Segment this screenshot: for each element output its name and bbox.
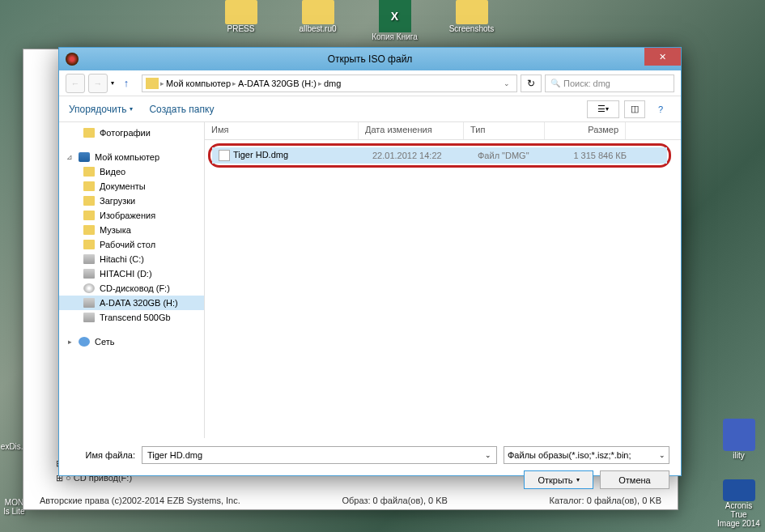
close-button[interactable]: ✕ [644,48,681,66]
column-type[interactable]: Тип [464,122,545,139]
folder-icon [146,78,159,89]
up-button[interactable]: ↑ [117,74,135,92]
sidebar-item-photos[interactable]: Фотографии [59,126,204,140]
sidebar-item-music[interactable]: Музыка [59,223,204,237]
toolbar: Упорядочить ▾ Создать папку ☰ ▾ ◫ ? [59,96,681,122]
sidebar-item-video[interactable]: Видео [59,164,204,179]
filename-label: Имя файла: [70,450,135,460]
desktop-icon-excel[interactable]: XКопия Книга [364,0,425,49]
highlighted-row-annotation: Tiger HD.dmg 22.01.2012 14:22 Файл "DMG"… [208,143,671,168]
column-date[interactable]: Дата изменения [359,122,464,139]
history-dropdown-icon[interactable]: ▾ [111,79,114,87]
sidebar-item-images[interactable]: Изображения [59,208,204,223]
sidebar-item-drive-c[interactable]: Hitachi (C:) [59,252,204,266]
refresh-button[interactable]: ↻ [521,74,542,92]
sidebar-header-computer[interactable]: ⊿Мой компьютер [59,150,204,164]
chevron-right-icon: ▸ [160,79,164,87]
file-open-dialog: Открыть ISO файл ✕ ← → ▾ ↑ ▸ Мой компьют… [58,47,682,476]
desktop-icon-ility[interactable]: ility [716,419,761,467]
file-list: Имя Дата изменения Тип Размер Tiger HD.d… [205,122,681,438]
filename-input[interactable]: Tiger HD.dmg ⌄ [142,446,497,464]
desktop-icon-acronis[interactable]: Acronis True Image 2014 [716,479,761,528]
cancel-button[interactable]: Отмена [600,470,669,489]
chevron-right-icon: ▸ [232,79,236,87]
desktop-icon-press[interactable]: PRESS [210,0,271,49]
breadcrumb-item[interactable]: Мой компьютер [166,79,231,88]
file-row[interactable]: Tiger HD.dmg 22.01.2012 14:22 Файл "DMG"… [212,147,667,164]
desktop-right-icons: ility Acronis True Image 2014 [716,419,761,528]
open-button[interactable]: Открыть▾ [524,470,593,489]
sidebar-item-drive-d[interactable]: HITACHI (D:) [59,266,204,281]
sidebar-item-documents[interactable]: Документы [59,179,204,194]
sidebar-item-drive-h[interactable]: A-DATA 320GB (H:) [59,296,204,310]
sidebar-item-drive-i[interactable]: Transcend 500Gb [59,310,204,325]
desktop-icon-screenshots[interactable]: Screenshots [441,0,502,49]
back-button[interactable]: ← [66,74,85,93]
organize-button[interactable]: Упорядочить ▾ [69,104,133,115]
dialog-footer: Имя файла: Tiger HD.dmg ⌄ Файлы образы(*… [59,438,681,500]
chevron-right-icon: ▸ [318,79,322,87]
app-icon [66,53,79,66]
breadcrumb-bar[interactable]: ▸ Мой компьютер ▸ A-DATA 320GB (H:) ▸ dm… [142,74,517,92]
forward-button[interactable]: → [88,74,108,93]
navigation-bar: ← → ▾ ↑ ▸ Мой компьютер ▸ A-DATA 320GB (… [59,70,681,96]
chevron-down-icon: ▾ [130,105,133,113]
sidebar-header-network[interactable]: ▸Сеть [59,334,204,349]
help-button[interactable]: ? [650,100,671,118]
view-options-button[interactable]: ☰ ▾ [587,100,619,118]
column-name[interactable]: Имя [205,122,359,139]
breadcrumb-item[interactable]: dmg [324,79,341,88]
desktop-icon-allbest[interactable]: allbest.ru0 [287,0,348,49]
dialog-title: Открыть ISO файл [328,53,413,65]
file-type-filter[interactable]: Файлы образы(*.iso;*.isz;*.bin; ⌄ [504,446,669,464]
chevron-down-icon[interactable]: ⌄ [485,451,491,459]
sidebar-item-desktop[interactable]: Рабочий стол [59,237,204,252]
sidebar-item-downloads[interactable]: Загрузки [59,194,204,208]
breadcrumb-dropdown-icon[interactable]: ⌄ [500,79,513,87]
column-headers: Имя Дата изменения Тип Размер [205,122,681,140]
preview-pane-button[interactable]: ◫ [624,100,645,118]
new-folder-button[interactable]: Создать папку [149,104,214,115]
search-input[interactable]: Поиск: dmg [545,74,674,92]
breadcrumb-item[interactable]: A-DATA 320GB (H:) [238,79,317,88]
column-size[interactable]: Размер [545,122,626,139]
file-icon [219,150,230,161]
titlebar[interactable]: Открыть ISO файл ✕ [59,48,681,70]
chevron-down-icon: ⌄ [659,451,665,459]
sidebar-item-cd-drive[interactable]: CD-дисковод (F:) [59,281,204,296]
sidebar: Фотографии ⊿Мой компьютер Видео Документ… [59,122,205,438]
desktop-top-icons: PRESS allbest.ru0 XКопия Книга Screensho… [210,0,502,49]
